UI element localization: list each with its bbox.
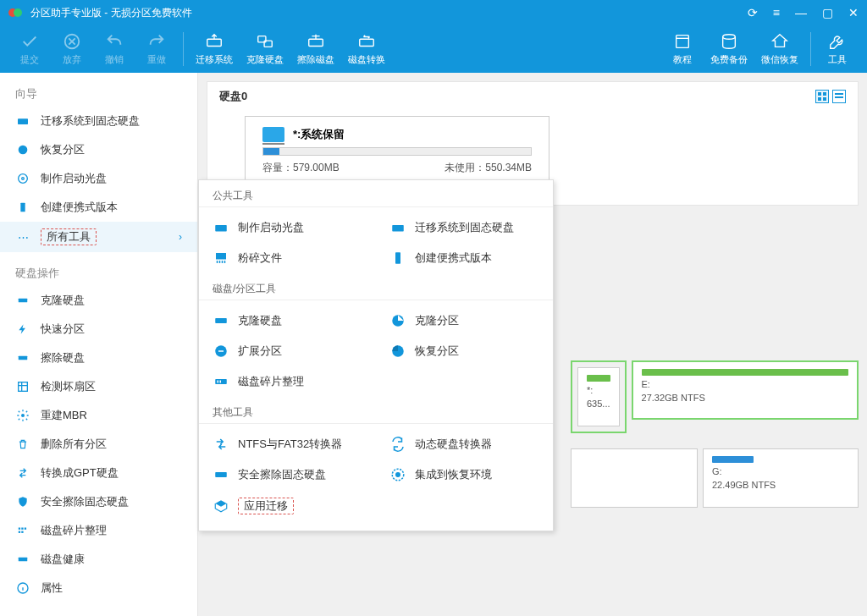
- defrag-icon: [213, 374, 229, 389]
- drive-icon: [262, 127, 284, 142]
- svg-point-9: [19, 146, 28, 155]
- disk-map-group-green: *:635...: [571, 360, 627, 433]
- gear-icon: [15, 409, 30, 422]
- convert-fs-icon: [213, 437, 229, 452]
- svg-rect-21: [21, 531, 23, 533]
- scan-icon: [15, 380, 30, 393]
- disk-map-partition[interactable]: *:635...: [577, 367, 620, 426]
- disk-map-partition[interactable]: E:27.32GB NTFS: [632, 360, 859, 420]
- app-logo-icon: [8, 7, 24, 19]
- popup-item-portable[interactable]: 创建便携式版本: [376, 243, 553, 273]
- undo-button[interactable]: 撤销: [93, 29, 135, 69]
- view-list-button[interactable]: [832, 90, 846, 103]
- health-icon: [15, 553, 30, 566]
- sidebar-item-secure-erase-ssd[interactable]: 安全擦除固态硬盘: [0, 487, 197, 516]
- redo-button[interactable]: 重做: [135, 29, 178, 69]
- sidebar-item-clone-disk[interactable]: 克隆硬盘: [0, 286, 197, 315]
- defrag-icon: [15, 524, 30, 537]
- svg-rect-27: [823, 97, 826, 101]
- sidebar-item-disk-health[interactable]: 磁盘健康: [0, 545, 197, 574]
- wechat-recover-button[interactable]: 微信恢复: [754, 29, 805, 69]
- svg-rect-8: [18, 118, 28, 124]
- menu-icon[interactable]: ≡: [773, 6, 780, 19]
- svg-rect-34: [215, 318, 227, 323]
- sidebar-item-defrag[interactable]: 磁盘碎片整理: [0, 516, 197, 545]
- svg-point-11: [22, 178, 25, 180]
- clone-disk-button[interactable]: 克隆硬盘: [240, 29, 290, 69]
- popup-item-bootdisc[interactable]: 制作启动光盘: [199, 212, 376, 243]
- svg-point-43: [396, 473, 400, 477]
- popup-item-recover-partition[interactable]: 恢复分区: [376, 336, 553, 366]
- recover-pie-icon: [389, 344, 406, 359]
- bolt-icon: [15, 322, 30, 336]
- all-tools-popup: 公共工具 制作启动光盘 迁移系统到固态硬盘 粉碎文件 创建便携式版本 磁盘/分区…: [198, 179, 554, 531]
- partition-card[interactable]: *:系统保留 容量：579.00MB 未使用：550.34MB: [245, 116, 549, 186]
- svg-rect-29: [835, 96, 843, 98]
- sidebar: 向导 迁移系统到固态硬盘 恢复分区 制作启动光盘 创建便携式版本 ⋯所有工具› …: [0, 73, 198, 616]
- migrate-system-button[interactable]: 迁移系统: [189, 29, 240, 69]
- toolbar: 提交 放弃 撤销 重做 迁移系统 克隆硬盘 擦除磁盘 磁盘转换 教程 免费备份 …: [0, 25, 867, 73]
- maximize-icon[interactable]: ▢: [822, 6, 833, 19]
- sidebar-item-properties[interactable]: 属性: [0, 574, 197, 602]
- popup-item-app-migrate[interactable]: 应用迁移: [199, 490, 376, 522]
- disk-map-partition[interactable]: G:22.49GB NTFS: [703, 448, 859, 508]
- tutorial-button[interactable]: 教程: [661, 29, 704, 69]
- svg-rect-32: [216, 253, 226, 260]
- svg-rect-41: [215, 472, 227, 477]
- popup-item-integrate-recovery[interactable]: 集成到恢复环境: [376, 459, 553, 490]
- popup-item-defrag[interactable]: 磁盘碎片整理: [199, 366, 376, 397]
- sidebar-item-recover-partition[interactable]: 恢复分区: [0, 135, 197, 164]
- sidebar-item-quick-partition[interactable]: 快速分区: [0, 315, 197, 344]
- popup-section-diskpart: 磁盘/分区工具: [199, 273, 553, 300]
- sidebar-item-portable[interactable]: 创建便携式版本: [0, 193, 197, 222]
- wipe-disk-button[interactable]: 擦除磁盘: [290, 29, 341, 69]
- refresh-icon[interactable]: ⟳: [748, 6, 758, 19]
- unused-text: 未使用：550.34MB: [445, 161, 532, 175]
- svg-point-7: [723, 35, 736, 40]
- free-backup-button[interactable]: 免费备份: [704, 29, 754, 69]
- tools-button[interactable]: 工具: [816, 29, 859, 69]
- popup-item-extend-partition[interactable]: 扩展分区: [199, 336, 376, 366]
- sidebar-item-make-bootdisc[interactable]: 制作启动光盘: [0, 164, 197, 193]
- disk-title: 硬盘0: [219, 89, 247, 104]
- svg-rect-17: [19, 528, 20, 530]
- popup-item-clone-partition[interactable]: 克隆分区: [376, 305, 553, 336]
- sidebar-item-delete-all[interactable]: 删除所有分区: [0, 430, 197, 459]
- close-icon[interactable]: ✕: [848, 6, 859, 19]
- svg-rect-31: [392, 225, 404, 232]
- sidebar-item-rebuild-mbr[interactable]: 重建MBR: [0, 401, 197, 430]
- sidebar-item-bad-sector[interactable]: 检测坏扇区: [0, 372, 197, 401]
- sidebar-item-migrate-ssd[interactable]: 迁移系统到固态硬盘: [0, 107, 197, 135]
- trash-icon: [15, 437, 30, 451]
- popup-item-migrate-ssd[interactable]: 迁移系统到固态硬盘: [376, 212, 553, 243]
- titlebar: 分区助手专业版 - 无损分区免费软件 ⟳ ≡ — ▢ ✕: [0, 0, 867, 25]
- popup-item-ntfs-fat32[interactable]: NTFS与FAT32转换器: [199, 429, 376, 459]
- sidebar-item-wipe-disk[interactable]: 擦除硬盘: [0, 344, 197, 372]
- popup-item-dynamic-convert[interactable]: 动态硬盘转换器: [376, 429, 553, 459]
- partition-name: *:系统保留: [293, 127, 345, 142]
- convert-disk-button[interactable]: 磁盘转换: [341, 29, 392, 69]
- popup-item-shred[interactable]: 粉碎文件: [199, 243, 376, 273]
- disk-map-empty[interactable]: [571, 448, 698, 508]
- svg-rect-39: [218, 381, 219, 383]
- info-icon: [15, 581, 30, 595]
- commit-button[interactable]: 提交: [8, 29, 51, 69]
- svg-rect-6: [676, 36, 689, 48]
- svg-rect-25: [823, 92, 826, 96]
- window-title: 分区助手专业版 - 无损分区免费软件: [30, 6, 192, 20]
- sidebar-item-all-tools[interactable]: ⋯所有工具›: [0, 222, 197, 252]
- svg-rect-4: [309, 39, 323, 46]
- toolbar-separator: [183, 32, 184, 66]
- ssd-icon: [15, 114, 30, 128]
- sidebar-item-convert-gpt[interactable]: 转换成GPT硬盘: [0, 459, 197, 487]
- popup-section-other: 其他工具: [199, 397, 553, 424]
- svg-rect-26: [818, 97, 821, 101]
- popup-item-clone-disk[interactable]: 克隆硬盘: [199, 305, 376, 336]
- popup-item-secure-erase[interactable]: 安全擦除固态硬盘: [199, 459, 376, 490]
- convert-icon: [356, 32, 378, 51]
- minimize-icon[interactable]: —: [795, 6, 807, 19]
- cancel-icon: [61, 32, 83, 51]
- discard-button[interactable]: 放弃: [51, 29, 93, 69]
- view-grid-button[interactable]: [815, 90, 829, 103]
- redo-icon: [146, 32, 168, 51]
